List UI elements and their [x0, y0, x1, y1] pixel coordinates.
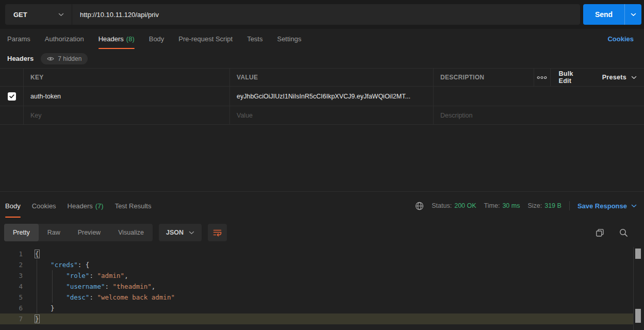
description-placeholder[interactable]: Description: [433, 106, 644, 124]
request-tab-headers[interactable]: Headers(8): [98, 29, 135, 49]
hidden-headers-toggle[interactable]: 7 hidden: [41, 53, 88, 64]
row-select-cell: [0, 87, 23, 106]
headers-subheader: Headers 7 hidden: [0, 49, 644, 68]
format-chevron-icon: [189, 231, 194, 235]
status-value: 200 OK: [454, 202, 476, 209]
tab-label: Body: [149, 35, 164, 43]
response-toolbar: PrettyRawPreviewVisualize JSON: [4, 224, 640, 241]
save-response-chevron-icon: [631, 204, 637, 208]
request-tab-settings[interactable]: Settings: [277, 29, 301, 49]
empty-select-cell: [0, 106, 23, 124]
request-tab-body[interactable]: Body: [149, 29, 164, 49]
method-chevron-icon: [58, 13, 64, 16]
line-content: "role": "admin",: [35, 272, 128, 279]
line-number: 4: [0, 283, 26, 290]
wrap-text-button[interactable]: [208, 224, 227, 241]
column-header-key: KEY: [23, 69, 229, 86]
column-header-value: VALUE: [229, 69, 433, 86]
row-checkbox[interactable]: [8, 92, 16, 101]
response-toolbar-icons: [596, 228, 640, 237]
method-dropdown[interactable]: GET: [5, 4, 72, 25]
request-tab-tests[interactable]: Tests: [247, 29, 262, 49]
response-tab-test-results[interactable]: Test Results: [115, 192, 152, 220]
url-input[interactable]: http://10.10.11.120/api/priv: [72, 11, 580, 19]
tab-label: Pre-request Script: [178, 35, 233, 43]
request-tab-params[interactable]: Params: [7, 29, 30, 49]
key-placeholder[interactable]: Key: [23, 106, 229, 124]
table-row: auth-token eyJhbGciOiJIUzI1NiIsInR5cCI6I…: [0, 87, 644, 106]
view-visualize[interactable]: Visualize: [109, 224, 153, 241]
response-tab-cookies[interactable]: Cookies: [32, 192, 56, 220]
tab-label: Authorization: [45, 35, 84, 43]
request-tab-pre-request-script[interactable]: Pre-request Script: [178, 29, 233, 49]
header-key-cell[interactable]: auth-token: [23, 87, 229, 106]
line-number: 3: [0, 272, 26, 279]
url-control: GET http://10.10.11.120/api/priv: [5, 4, 580, 25]
column-header-description: DESCRIPTION: [433, 69, 534, 86]
tab-label: Tests: [247, 35, 262, 43]
size-value: 319 B: [544, 202, 562, 209]
tab-count: (7): [95, 202, 104, 210]
save-response-button[interactable]: Save Response: [577, 202, 637, 210]
scrollbar-thumb-top[interactable]: [635, 249, 641, 259]
meta-divider: [569, 201, 570, 210]
tab-label: Headers: [68, 202, 93, 210]
line-number: 1: [0, 250, 26, 258]
view-raw[interactable]: Raw: [39, 224, 69, 241]
response-body-code[interactable]: 1{2 "creds": {3 "role": "admin",4 "usern…: [0, 247, 644, 330]
globe-icon[interactable]: [415, 202, 424, 210]
tab-label: Cookies: [32, 202, 56, 210]
table-row-empty: Key Value Description: [0, 106, 644, 125]
request-tabs-list: ParamsAuthorizationHeaders(8)BodyPre-req…: [7, 29, 316, 49]
time-label: Time:: [484, 202, 500, 209]
save-response-label: Save Response: [577, 202, 627, 210]
send-options-button[interactable]: [624, 4, 641, 25]
tab-label: Test Results: [115, 202, 152, 210]
view-pretty[interactable]: Pretty: [4, 224, 39, 241]
scrollbar-thumb-bottom[interactable]: [635, 309, 641, 323]
line-content: }: [35, 315, 39, 323]
more-options-button[interactable]: [534, 69, 551, 86]
format-label: JSON: [166, 229, 184, 236]
request-bar: GET http://10.10.11.120/api/priv Send: [0, 0, 644, 29]
view-preview[interactable]: Preview: [69, 224, 109, 241]
bulk-edit-button[interactable]: Bulk Edit: [551, 69, 592, 86]
cookies-link[interactable]: Cookies: [607, 35, 637, 43]
presets-label: Presets: [602, 74, 626, 81]
presets-dropdown[interactable]: Presets: [595, 69, 644, 86]
copy-icon[interactable]: [596, 228, 604, 237]
wrap-text-icon: [213, 229, 222, 237]
size-label: Size:: [527, 202, 542, 209]
response-tab-body[interactable]: Body: [5, 192, 21, 220]
time-badge: Time: 30 ms: [484, 202, 520, 209]
code-line-7: 7}: [0, 314, 644, 324]
code-line-6: 6 }: [0, 303, 644, 314]
header-value-cell[interactable]: eyJhbGciOiJIUzI1NiIsInR5cCI6IkpXVCJ9.eyJ…: [229, 87, 433, 106]
line-content: "username": "theadmin",: [35, 283, 155, 290]
response-tabs: BodyCookiesHeaders(7)Test Results Status…: [0, 192, 644, 220]
hidden-headers-label: 7 hidden: [58, 55, 81, 62]
value-placeholder[interactable]: Value: [229, 106, 433, 124]
tab-label: Body: [5, 202, 21, 210]
request-tab-authorization[interactable]: Authorization: [45, 29, 84, 49]
response-panel: BodyCookiesHeaders(7)Test Results Status…: [0, 191, 644, 330]
tab-label: Params: [7, 35, 30, 43]
more-options-icon: [537, 76, 547, 79]
code-line-1: 1{: [0, 249, 644, 259]
eye-icon: [47, 56, 54, 61]
code-line-3: 3 "role": "admin",: [0, 270, 644, 281]
response-meta: Status: 200 OK Time: 30 ms Size: 319 B S…: [415, 201, 637, 210]
format-dropdown[interactable]: JSON: [159, 224, 202, 241]
send-button[interactable]: Send: [583, 4, 624, 25]
line-content: "desc": "welcome back admin": [35, 293, 175, 301]
line-content: }: [35, 304, 55, 312]
response-tab-headers[interactable]: Headers(7): [68, 192, 104, 220]
presets-chevron-icon: [631, 76, 637, 79]
send-button-group: Send: [583, 4, 641, 25]
line-number: 2: [0, 261, 26, 269]
send-chevron-icon: [631, 13, 636, 16]
headers-panel-title: Headers: [7, 55, 34, 62]
line-number: 6: [0, 304, 26, 312]
search-icon[interactable]: [619, 228, 628, 237]
header-description-cell[interactable]: [433, 87, 644, 106]
